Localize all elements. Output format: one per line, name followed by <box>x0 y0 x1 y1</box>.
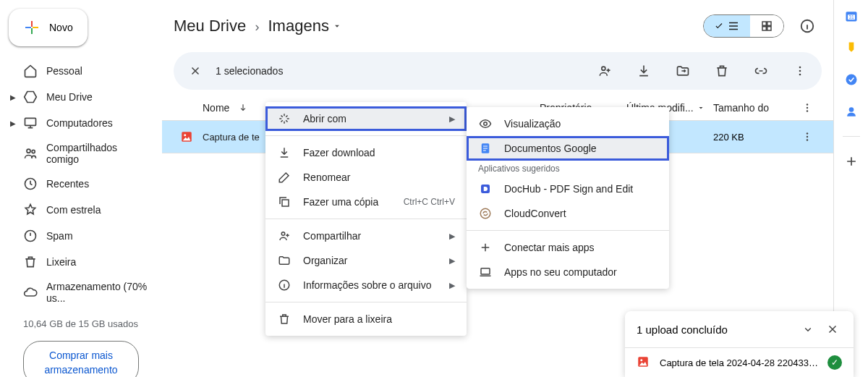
chevron-right-icon[interactable]: ▶ <box>10 93 16 101</box>
more-vert-icon[interactable] <box>801 101 814 114</box>
submenu-apps-on-computer[interactable]: Apps no seu computador <box>467 260 669 284</box>
suggested-apps-heading: Aplicativos sugeridos <box>467 161 669 177</box>
sidebar-item-lixeira[interactable]: Lixeira <box>6 249 156 275</box>
ctx-trash[interactable]: Mover para a lixeira <box>265 307 467 331</box>
image-file-icon <box>179 130 194 144</box>
list-icon <box>727 20 740 33</box>
buy-storage-button[interactable]: Comprar mais armazenamento <box>23 341 139 377</box>
upload-toast: 1 upload concluído Captura de tela 2024-… <box>625 311 854 377</box>
ctx-download[interactable]: Fazer download <box>265 140 467 165</box>
svg-point-16 <box>807 110 808 111</box>
svg-point-26 <box>848 107 854 112</box>
svg-text:31: 31 <box>848 14 854 20</box>
ctx-label: CloudConvert <box>504 208 566 219</box>
ctx-label: Conectar mais apps <box>504 242 595 253</box>
toast-file-row[interactable]: Captura de tela 2024-04-28 220433.png ✓ <box>625 347 854 377</box>
sidebar: Novo Pessoal ▶ Meu Drive ▶ Computadores … <box>0 0 162 377</box>
sidebar-item-label: Spam <box>46 230 73 242</box>
ctx-info[interactable]: Informações sobre o arquivo ▶ <box>265 273 467 297</box>
chevron-right-icon: ▶ <box>449 232 455 241</box>
sidebar-item-recentes[interactable]: Recentes <box>6 171 156 197</box>
sidebar-item-computadores[interactable]: ▶ Computadores <box>6 110 156 136</box>
ctx-label: DocHub - PDF Sign and Edit <box>504 183 633 195</box>
ctx-label: Mover para a lixeira <box>303 313 392 325</box>
ctx-label: Documentos Google <box>504 143 597 154</box>
ctx-open-with[interactable]: Abrir com ▶ <box>265 106 467 131</box>
person-add-icon <box>277 229 292 242</box>
more-vert-icon <box>793 64 807 78</box>
more-vert-icon[interactable] <box>801 130 814 143</box>
svg-rect-0 <box>25 118 36 125</box>
chevron-down-icon[interactable] <box>697 103 705 112</box>
selection-bar: 1 selecionados <box>174 52 822 90</box>
shortcut-text: Ctrl+C Ctrl+V <box>404 197 455 207</box>
sidebar-item-label: Compartilhados comigo <box>46 142 148 165</box>
download-icon <box>277 146 292 159</box>
submenu-cloudconvert[interactable]: CloudConvert <box>467 201 669 226</box>
check-icon <box>714 21 724 31</box>
sidebar-item-pessoal[interactable]: Pessoal <box>6 58 156 84</box>
svg-point-28 <box>281 232 285 236</box>
more-actions-button[interactable] <box>787 58 813 84</box>
ctx-label: Visualização <box>504 118 561 130</box>
share-button[interactable] <box>592 58 618 84</box>
submenu-google-docs[interactable]: Documentos Google <box>467 136 669 161</box>
info-button[interactable] <box>793 12 822 41</box>
ctx-copy[interactable]: Fazer uma cópia Ctrl+C Ctrl+V <box>265 190 467 214</box>
ctx-share[interactable]: Compartilhar ▶ <box>265 224 467 248</box>
folder-icon <box>277 254 292 267</box>
svg-point-21 <box>807 139 808 140</box>
list-view-button[interactable] <box>704 15 750 37</box>
ctx-organize[interactable]: Organizar ▶ <box>265 248 467 273</box>
selection-count: 1 selecionados <box>216 65 283 77</box>
calendar-icon[interactable]: 31 <box>844 9 859 23</box>
chevron-right-icon[interactable]: ▶ <box>10 119 16 127</box>
plus-icon <box>478 241 493 254</box>
svg-rect-6 <box>767 22 771 25</box>
toast-collapse-button[interactable] <box>799 320 817 339</box>
sidebar-item-spam[interactable]: Spam <box>6 223 156 249</box>
ctx-rename[interactable]: Renomear <box>265 165 467 190</box>
submenu-preview[interactable]: Visualização <box>467 111 669 136</box>
tasks-icon[interactable] <box>844 72 859 87</box>
get-link-button[interactable] <box>748 58 774 84</box>
contacts-icon[interactable] <box>844 104 859 119</box>
view-toggle <box>703 14 784 38</box>
svg-rect-34 <box>481 268 490 274</box>
col-name-header[interactable]: Nome <box>203 102 229 114</box>
keep-icon[interactable] <box>844 41 859 55</box>
grid-view-button[interactable] <box>750 15 783 37</box>
toast-close-button[interactable] <box>823 320 842 339</box>
new-button[interactable]: Novo <box>9 9 88 46</box>
spam-icon <box>23 229 38 243</box>
delete-button[interactable] <box>709 58 735 84</box>
sidebar-item-compartilhados[interactable]: Compartilhados comigo <box>6 136 156 171</box>
move-button[interactable] <box>670 58 696 84</box>
breadcrumb-current[interactable]: Imagens <box>268 17 342 35</box>
submenu-dochub[interactable]: DocHub - PDF Sign and Edit <box>467 177 669 201</box>
clear-selection-button[interactable] <box>182 58 208 84</box>
new-button-label: Novo <box>49 22 73 33</box>
sidebar-item-label: Lixeira <box>46 256 76 268</box>
computers-icon <box>23 116 38 130</box>
svg-point-2 <box>32 150 35 153</box>
svg-rect-7 <box>762 27 766 30</box>
sidebar-item-meu-drive[interactable]: ▶ Meu Drive <box>6 84 156 110</box>
svg-point-15 <box>807 107 808 109</box>
get-addons-icon[interactable] <box>844 154 859 169</box>
sidebar-item-com-estrela[interactable]: Com estrela <box>6 197 156 223</box>
plus-icon <box>23 19 41 36</box>
open-with-icon <box>277 112 292 125</box>
breadcrumb-root[interactable]: Meu Drive <box>174 17 246 35</box>
file-size: 220 KB <box>713 132 793 143</box>
arrow-down-icon[interactable] <box>238 103 248 113</box>
submenu-connect-apps[interactable]: Conectar mais apps <box>467 235 669 260</box>
col-size-header[interactable]: Tamanho do <box>713 102 793 114</box>
trash-icon <box>277 313 292 326</box>
sidebar-item-label: Meu Drive <box>46 91 93 103</box>
download-button[interactable] <box>631 58 657 84</box>
sidebar-item-armazenamento[interactable]: Armazenamento (70% us... <box>6 275 156 310</box>
pencil-icon <box>277 171 292 184</box>
svg-point-10 <box>602 67 605 70</box>
close-icon <box>189 64 202 77</box>
